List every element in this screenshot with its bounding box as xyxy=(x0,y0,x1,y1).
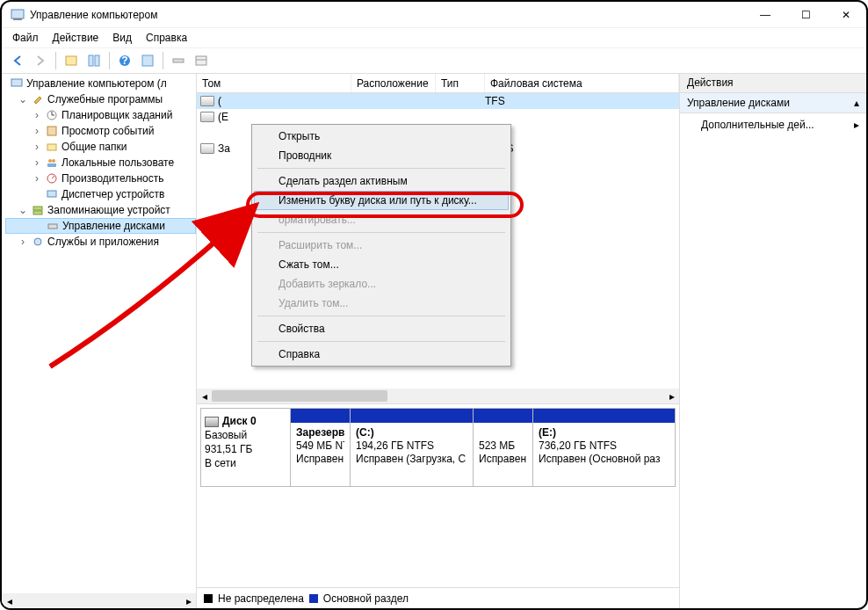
svg-rect-8 xyxy=(173,59,184,62)
tree-task-scheduler[interactable]: › Планировщик заданий xyxy=(5,107,196,123)
ctx-properties[interactable]: Свойства xyxy=(254,319,509,338)
help-icon[interactable]: ? xyxy=(114,50,135,71)
svg-rect-15 xyxy=(47,127,56,135)
close-button[interactable]: ✕ xyxy=(826,2,866,28)
ctx-shrink[interactable]: Сжать том... xyxy=(254,255,509,274)
actions-panel: Действия Управление дисками ▴ Дополнител… xyxy=(680,74,866,608)
collapse-icon[interactable]: ⌄ xyxy=(18,204,28,216)
expand-icon[interactable]: › xyxy=(32,141,42,153)
col-volume[interactable]: Том xyxy=(197,74,351,92)
volume-list-hscroll[interactable]: ◂ ▸ xyxy=(197,389,679,403)
ctx-add-mirror: Добавить зеркало... xyxy=(254,274,509,294)
partition-c[interactable]: (C:) 194,26 ГБ NTFS Исправен (Загрузка, … xyxy=(351,409,474,486)
partition-e[interactable]: (E:) 736,20 ГБ NTFS Исправен (Основной р… xyxy=(533,409,675,486)
legend-swatch-unallocated xyxy=(204,594,213,603)
svg-rect-3 xyxy=(89,55,93,66)
minimize-button[interactable]: — xyxy=(745,2,785,28)
svg-line-21 xyxy=(52,176,54,178)
window-title: Управление компьютером xyxy=(30,9,745,21)
expand-icon[interactable]: › xyxy=(32,125,42,137)
users-icon xyxy=(45,156,59,170)
ctx-help[interactable]: Справка xyxy=(254,345,509,364)
svg-rect-25 xyxy=(48,224,57,229)
partition-recovery[interactable]: 523 МБ Исправен xyxy=(474,409,533,486)
svg-rect-19 xyxy=(47,163,56,167)
ctx-open[interactable]: Открыть xyxy=(254,127,509,146)
clock-icon xyxy=(45,108,59,122)
scroll-right-icon[interactable]: ▸ xyxy=(664,389,679,403)
expand-icon[interactable]: › xyxy=(18,236,28,248)
menu-view[interactable]: Вид xyxy=(107,30,137,46)
tree-storage[interactable]: ⌄ Запоминающие устройст xyxy=(5,202,196,218)
volume-list-header: Том Расположение Тип Файловая система xyxy=(197,74,679,93)
tree-device-manager[interactable]: › Диспетчер устройств xyxy=(5,186,196,202)
menu-help[interactable]: Справка xyxy=(141,30,192,46)
partition-reserved[interactable]: Зарезерв 549 МБ NT Исправен xyxy=(291,409,351,486)
ctx-change-drive-letter[interactable]: Изменить букву диска или путь к диску... xyxy=(254,191,509,210)
tree-hscroll[interactable]: ◂ ▸ xyxy=(2,593,196,608)
svg-rect-24 xyxy=(33,211,42,214)
app-icon xyxy=(11,8,25,22)
title-bar: Управление компьютером — ☐ ✕ xyxy=(2,2,866,28)
disk-info[interactable]: Диск 0 Базовый 931,51 ГБ В сети xyxy=(201,409,291,486)
nav-tree-panel: Управление компьютером (л ⌄ Служебные пр… xyxy=(2,74,197,608)
scroll-left-icon[interactable]: ◂ xyxy=(197,389,212,403)
ctx-explorer[interactable]: Проводник xyxy=(254,146,509,165)
computer-icon xyxy=(10,76,24,91)
toolbar: ? xyxy=(2,47,866,74)
scroll-right-icon[interactable]: ▸ xyxy=(181,593,196,608)
services-icon xyxy=(31,235,45,249)
tree-event-viewer[interactable]: › Просмотр событий xyxy=(5,123,196,139)
col-type[interactable]: Тип xyxy=(436,74,485,92)
volume-icon xyxy=(200,112,214,122)
actions-more[interactable]: Дополнительные дей... ▸ xyxy=(680,113,866,136)
svg-rect-0 xyxy=(11,10,24,18)
tree-shared-folders[interactable]: › Общие папки xyxy=(5,139,196,155)
actions-section-diskmgmt[interactable]: Управление дисками ▴ xyxy=(680,93,866,113)
svg-rect-1 xyxy=(13,18,22,20)
maximize-button[interactable]: ☐ xyxy=(785,2,826,28)
volume-icon xyxy=(200,143,214,154)
svg-rect-22 xyxy=(47,191,56,197)
tree-root[interactable]: Управление компьютером (л xyxy=(5,76,196,91)
toolbar-icon-2[interactable] xyxy=(83,50,105,71)
svg-rect-23 xyxy=(33,207,42,210)
chevron-right-icon: ▸ xyxy=(854,119,859,131)
volume-row[interactable]: (E xyxy=(197,109,679,125)
toolbar-icon-3[interactable] xyxy=(137,50,158,71)
volume-row[interactable]: ( TFS xyxy=(197,93,679,109)
menu-action[interactable]: Действие xyxy=(47,30,105,46)
ctx-extend: Расширить том... xyxy=(254,236,509,255)
expand-icon[interactable]: › xyxy=(32,172,42,185)
col-layout[interactable]: Расположение xyxy=(351,74,436,92)
ctx-make-active[interactable]: Сделать раздел активным xyxy=(254,171,509,191)
expand-icon[interactable]: › xyxy=(32,156,42,169)
scroll-thumb[interactable] xyxy=(212,390,387,402)
col-filesystem[interactable]: Файловая система xyxy=(485,74,679,92)
folder-icon xyxy=(45,140,59,154)
scroll-left-icon[interactable]: ◂ xyxy=(2,593,17,608)
tools-icon xyxy=(31,92,45,106)
tree-performance[interactable]: › Производительность xyxy=(5,171,196,186)
menu-file[interactable]: Файл xyxy=(7,30,44,46)
svg-rect-11 xyxy=(11,79,22,86)
tree-services[interactable]: › Службы и приложения xyxy=(5,234,196,250)
forward-button[interactable] xyxy=(30,50,51,71)
disk-graphical-view: Диск 0 Базовый 931,51 ГБ В сети Зарезерв… xyxy=(197,403,679,587)
disk-icon xyxy=(205,417,219,427)
tree-disk-management[interactable]: › Управление дисками xyxy=(5,218,196,234)
actions-header: Действия xyxy=(680,74,866,93)
collapse-icon[interactable]: ⌄ xyxy=(18,93,28,105)
disk-icon xyxy=(46,219,60,233)
expand-icon[interactable]: › xyxy=(32,109,42,121)
tree-local-users[interactable]: › Локальные пользовате xyxy=(5,155,196,171)
collapse-icon: ▴ xyxy=(854,97,859,109)
menu-bar: Файл Действие Вид Справка xyxy=(2,28,866,47)
toolbar-icon-4[interactable] xyxy=(168,50,189,71)
tree-system-tools[interactable]: ⌄ Служебные программы xyxy=(5,91,196,107)
toolbar-icon-1[interactable] xyxy=(61,50,82,71)
back-button[interactable] xyxy=(7,50,28,71)
toolbar-icon-5[interactable] xyxy=(191,50,212,71)
storage-icon xyxy=(31,203,45,217)
legend: Не распределена Основной раздел xyxy=(197,587,679,608)
